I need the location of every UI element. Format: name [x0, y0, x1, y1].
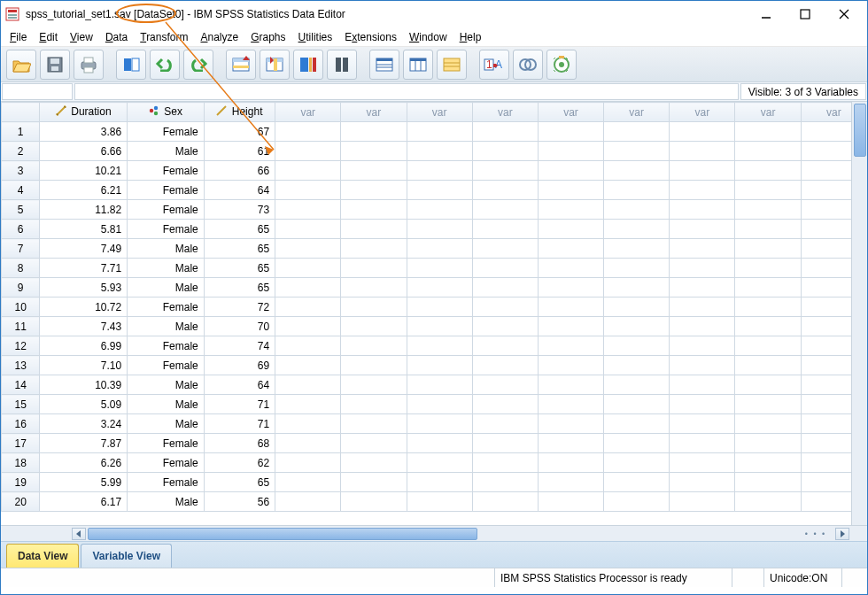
cell-empty[interactable]	[735, 278, 801, 298]
cell-empty[interactable]	[670, 278, 735, 298]
cell[interactable]: Female	[128, 473, 205, 492]
cell-empty[interactable]	[407, 434, 472, 453]
cell-empty[interactable]	[275, 414, 341, 434]
cell-empty[interactable]	[538, 200, 603, 220]
cell[interactable]: 7.87	[40, 434, 128, 453]
cell[interactable]: 10.39	[40, 375, 128, 395]
cell-empty[interactable]	[275, 239, 341, 259]
cell-empty[interactable]	[670, 239, 735, 259]
col-header-empty[interactable]: var	[735, 103, 801, 122]
cell-empty[interactable]	[341, 453, 407, 473]
cell-empty[interactable]	[604, 434, 670, 453]
row-number[interactable]: 12	[2, 336, 40, 356]
cell[interactable]: 70	[204, 317, 275, 336]
cell-empty[interactable]	[407, 161, 472, 181]
cell-empty[interactable]	[604, 492, 670, 512]
table-row[interactable]: 46.21Female64	[2, 181, 867, 200]
cell-empty[interactable]	[538, 259, 603, 278]
cell-empty[interactable]	[604, 356, 670, 375]
cell[interactable]: Male	[128, 375, 205, 395]
cell-empty[interactable]	[538, 161, 603, 181]
cell[interactable]: 6.66	[40, 142, 128, 161]
row-number[interactable]: 2	[2, 142, 40, 161]
scroll-right-button[interactable]	[835, 528, 849, 540]
cell-empty[interactable]	[670, 259, 735, 278]
cell[interactable]: Female	[128, 434, 205, 453]
col-header-empty[interactable]: var	[407, 103, 472, 122]
table-row[interactable]: 65.81Female65	[2, 220, 867, 239]
cell-empty[interactable]	[341, 473, 407, 492]
cell-empty[interactable]	[604, 181, 670, 200]
vertical-scroll-thumb[interactable]	[854, 104, 866, 157]
cell-empty[interactable]	[472, 317, 538, 336]
cell[interactable]: 56	[204, 492, 275, 512]
cell-empty[interactable]	[341, 414, 407, 434]
cell-empty[interactable]	[538, 453, 603, 473]
cell-empty[interactable]	[670, 220, 735, 239]
cell[interactable]: 6.21	[40, 181, 128, 200]
cell-empty[interactable]	[735, 356, 801, 375]
cell-empty[interactable]	[670, 200, 735, 220]
cell-empty[interactable]	[538, 278, 603, 298]
menu-file[interactable]: File	[10, 31, 27, 43]
cell[interactable]: 74	[204, 336, 275, 356]
cell-empty[interactable]	[604, 239, 670, 259]
cell-empty[interactable]	[735, 122, 801, 142]
splitter-dots-icon[interactable]: • • •	[798, 529, 833, 538]
cell-empty[interactable]	[670, 336, 735, 356]
cell[interactable]: Male	[128, 239, 205, 259]
cell[interactable]: 65	[204, 473, 275, 492]
save-button[interactable]	[40, 50, 70, 80]
col-header-empty[interactable]: var	[341, 103, 407, 122]
cell[interactable]: 6.26	[40, 453, 128, 473]
cell-empty[interactable]	[604, 375, 670, 395]
table-row[interactable]: 1010.72Female72	[2, 298, 867, 317]
cell-empty[interactable]	[472, 239, 538, 259]
cell-empty[interactable]	[670, 453, 735, 473]
row-number[interactable]: 5	[2, 200, 40, 220]
cell-empty[interactable]	[275, 200, 341, 220]
cell-empty[interactable]	[604, 161, 670, 181]
cell-empty[interactable]	[275, 317, 341, 336]
row-number[interactable]: 1	[2, 122, 40, 142]
row-number[interactable]: 15	[2, 395, 40, 414]
cell-empty[interactable]	[538, 395, 603, 414]
table-row[interactable]: 177.87Female68	[2, 434, 867, 453]
cell-empty[interactable]	[735, 375, 801, 395]
cell-empty[interactable]	[275, 298, 341, 317]
cell-empty[interactable]	[275, 395, 341, 414]
menu-edit[interactable]: Edit	[39, 31, 58, 43]
cell-empty[interactable]	[275, 453, 341, 473]
cell-empty[interactable]	[735, 414, 801, 434]
cell-empty[interactable]	[604, 317, 670, 336]
cell-empty[interactable]	[604, 278, 670, 298]
cell[interactable]: 5.99	[40, 473, 128, 492]
cell-empty[interactable]	[670, 473, 735, 492]
cell-empty[interactable]	[341, 220, 407, 239]
row-number[interactable]: 16	[2, 414, 40, 434]
table-row[interactable]: 310.21Female66	[2, 161, 867, 181]
row-number[interactable]: 3	[2, 161, 40, 181]
cell[interactable]: 64	[204, 375, 275, 395]
menu-help[interactable]: Help	[460, 31, 482, 43]
col-header-empty[interactable]: var	[538, 103, 603, 122]
table-row[interactable]: 195.99Female65	[2, 473, 867, 492]
row-number[interactable]: 8	[2, 259, 40, 278]
col-header-duration[interactable]: Duration	[40, 103, 128, 122]
table-row[interactable]: 163.24Male71	[2, 414, 867, 434]
cell-empty[interactable]	[407, 395, 472, 414]
row-number[interactable]: 20	[2, 492, 40, 512]
cell[interactable]: 64	[204, 181, 275, 200]
cell-empty[interactable]	[472, 492, 538, 512]
cell[interactable]: Female	[128, 298, 205, 317]
vertical-scrollbar[interactable]	[851, 102, 867, 525]
cell-empty[interactable]	[472, 181, 538, 200]
col-header-empty[interactable]: var	[670, 103, 735, 122]
cell-empty[interactable]	[407, 122, 472, 142]
cell-empty[interactable]	[735, 181, 801, 200]
cell[interactable]: 7.10	[40, 356, 128, 375]
row-number[interactable]: 4	[2, 181, 40, 200]
table-row[interactable]: 155.09Male71	[2, 395, 867, 414]
cell-empty[interactable]	[407, 473, 472, 492]
cell-empty[interactable]	[275, 492, 341, 512]
